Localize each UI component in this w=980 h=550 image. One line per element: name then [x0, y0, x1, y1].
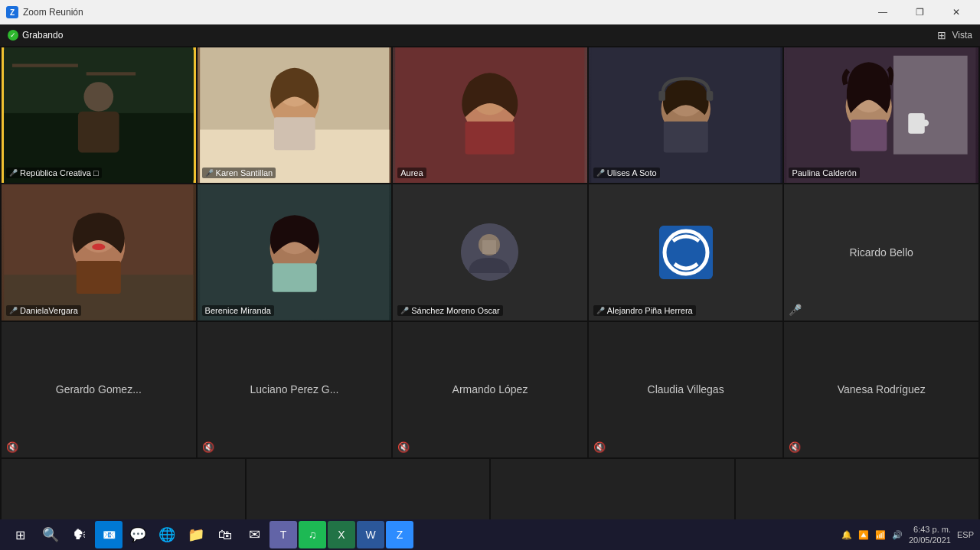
mute-icon-gerardo: 🔇	[6, 441, 18, 453]
video-cell-luciano[interactable]: Luciano Perez G... 🔇	[198, 322, 392, 457]
participant-name-berenice: Berenice Miranda	[202, 305, 274, 316]
taskbar-icons: 🔍 🗣 📧 💬 🌐 📁 🛍 ✉ T ♫ X W Z	[37, 521, 413, 548]
taskbar-search[interactable]: 🔍	[37, 521, 64, 548]
video-cell-ricardo[interactable]: Ricardo Bello 🎤	[784, 184, 978, 320]
mic-icon-daniela: 🎤	[9, 307, 18, 314]
svg-rect-2	[12, 63, 78, 67]
title-bar: Z Zoom Reunión — ❐ ✕	[0, 0, 980, 24]
taskbar-whatsapp[interactable]: 💬	[124, 521, 152, 548]
taskbar-right: 🔔 🔼 📶 🔊 6:43 p. m. 20/05/2021 ESP	[841, 524, 974, 546]
taskbar-volume: 🔊	[892, 530, 903, 540]
taskbar-outlook[interactable]: 📧	[95, 521, 122, 548]
svg-rect-14	[466, 122, 514, 155]
mic-icon-alejandro: 🎤	[596, 307, 605, 314]
participant-name-aurea: Aurea	[397, 168, 426, 178]
window-title: Zoom Reunión	[23, 7, 865, 18]
mute-icon-claudia: 🔇	[593, 441, 606, 453]
svg-rect-25	[851, 120, 887, 151]
video-cell-paulina[interactable]: Paulina Calderón	[784, 47, 978, 183]
top-bar-right: ⊞ Vista	[937, 29, 972, 41]
video-cell-armando[interactable]: Armando López 🔇	[393, 322, 587, 457]
recording-dot	[8, 30, 18, 41]
taskbar-time: 6:43 p. m. 20/05/2021	[909, 524, 951, 546]
taskbar-zoom[interactable]: Z	[386, 521, 413, 548]
svg-rect-22	[893, 56, 968, 155]
video-feed	[2, 47, 196, 183]
svg-rect-5	[78, 112, 119, 153]
taskbar-notification: 🔔	[841, 530, 852, 540]
video-cell-berenice[interactable]: Berenice Miranda	[198, 184, 392, 320]
video-cell-vanesa[interactable]: Vanesa Rodríguez 🔇	[784, 322, 978, 457]
taskbar-language: ESP	[957, 530, 974, 539]
video-cell-aurea[interactable]: Aurea	[393, 47, 587, 183]
video-grid: 🎤 República Creativa □ 🎤 Karen Santillan	[0, 46, 980, 459]
participant-name-sanchez: 🎤 Sánchez Moreno Oscar	[397, 305, 503, 316]
app-icon: Z	[6, 6, 18, 18]
window-controls: — ❐ ✕	[865, 0, 974, 24]
taskbar-store[interactable]: 🛍	[211, 521, 239, 548]
name-vanesa: Vanesa Rodríguez	[838, 383, 926, 395]
svg-rect-33	[77, 261, 121, 294]
recording-indicator: Grabando	[8, 30, 63, 41]
taskbar-cortana[interactable]: 🗣	[66, 521, 93, 548]
svg-rect-40	[482, 240, 496, 254]
view-label: Vista	[952, 30, 972, 41]
video-cell-gerardo[interactable]: Gerardo Gomez... 🔇	[2, 322, 196, 457]
mic-icon: 🎤	[9, 169, 18, 177]
video-cell-republica[interactable]: 🎤 República Creativa □	[2, 47, 196, 183]
svg-rect-27	[923, 120, 929, 127]
svg-rect-20	[664, 122, 708, 153]
taskbar: ⊞ 🔍 🗣 📧 💬 🌐 📁 🛍 ✉ T ♫ X W Z 🔔 🔼 📶 🔊 6:43…	[0, 519, 980, 550]
taskbar-explorer[interactable]: 📁	[182, 521, 210, 548]
participant-name-paulina: Paulina Calderón	[789, 168, 859, 178]
zoom-top-bar: Grabando ⊞ Vista	[0, 24, 980, 46]
mute-icon-luciano: 🔇	[202, 441, 214, 453]
taskbar-teams[interactable]: T	[270, 521, 297, 548]
video-cell-daniela[interactable]: 🎤 DanielaVergara	[2, 184, 196, 320]
svg-rect-41	[659, 226, 713, 279]
svg-rect-26	[909, 113, 925, 134]
mute-icon-vanesa: 🔇	[789, 441, 801, 453]
svg-rect-37	[272, 264, 316, 293]
logo-alejandro	[659, 226, 713, 279]
mic-icon-sanchez: 🎤	[400, 307, 409, 314]
name-ricardo: Ricardo Bello	[850, 246, 913, 259]
name-luciano: Luciano Perez G...	[250, 383, 338, 395]
taskbar-word[interactable]: W	[357, 521, 384, 548]
taskbar-network: 📶	[875, 530, 886, 540]
svg-rect-10	[274, 117, 315, 150]
maximize-button[interactable]: ❐	[902, 0, 937, 24]
taskbar-excel[interactable]: X	[328, 521, 355, 548]
video-feed	[393, 47, 587, 183]
name-claudia: Claudia Villegas	[648, 383, 724, 395]
video-feed	[784, 47, 978, 183]
grid-icon: ⊞	[937, 29, 946, 41]
video-feed	[198, 47, 392, 183]
minimize-button[interactable]: —	[865, 0, 900, 24]
taskbar-edge[interactable]: 🌐	[153, 521, 181, 548]
video-cell-karen[interactable]: 🎤 Karen Santillan	[198, 47, 392, 183]
taskbar-spotify[interactable]: ♫	[299, 521, 326, 548]
close-button[interactable]: ✕	[939, 0, 974, 24]
participant-name-daniela: 🎤 DanielaVergara	[6, 305, 81, 316]
name-armando: Armando López	[452, 383, 528, 395]
participant-name-karen: 🎤 Karen Santillan	[202, 168, 276, 178]
svg-rect-18	[658, 91, 665, 101]
video-cell-sanchez[interactable]: 🎤 Sánchez Moreno Oscar	[393, 184, 587, 320]
svg-point-32	[92, 244, 105, 251]
video-feed	[589, 47, 783, 183]
video-cell-alejandro-pina[interactable]: 🎤 Alejandro Piña Herrera	[589, 184, 783, 320]
mic-icon-ulises: 🎤	[596, 169, 605, 177]
video-cell-claudia[interactable]: Claudia Villegas 🔇	[589, 322, 783, 457]
svg-rect-3	[87, 72, 136, 75]
start-button[interactable]: ⊞	[6, 521, 34, 548]
participant-name-alejandro-pina: 🎤 Alejandro Piña Herrera	[593, 305, 696, 316]
taskbar-mail[interactable]: ✉	[240, 521, 268, 548]
video-feed	[2, 184, 196, 320]
name-gerardo: Gerardo Gomez...	[56, 383, 142, 395]
taskbar-up-arrow: 🔼	[858, 530, 869, 540]
video-feed	[198, 184, 392, 320]
video-cell-ulises[interactable]: 🎤 Ulises A Soto	[589, 47, 783, 183]
svg-rect-19	[706, 91, 713, 101]
avatar-sanchez	[461, 223, 518, 281]
